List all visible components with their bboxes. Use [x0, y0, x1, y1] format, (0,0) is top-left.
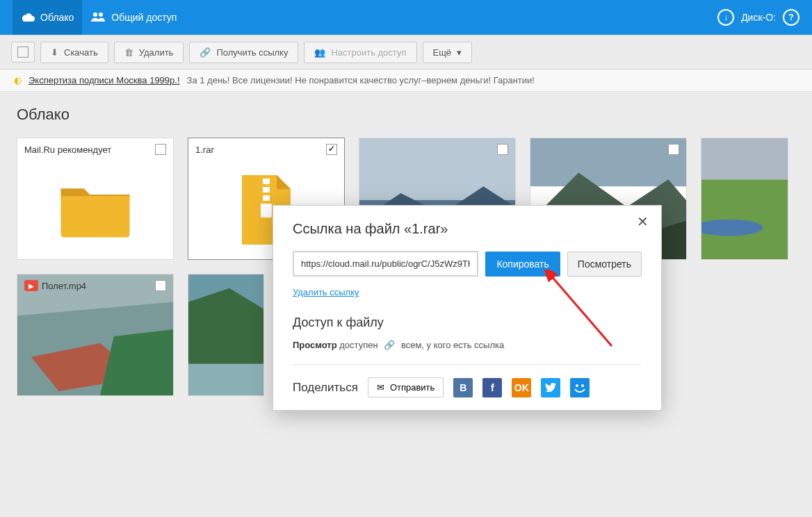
download-icon: ⬇ — [51, 47, 58, 58]
breadcrumb: Облако — [0, 92, 812, 131]
file-checkbox[interactable] — [326, 144, 337, 155]
nav-tab-cloud-label: Облако — [40, 12, 74, 23]
share-twitter-button[interactable] — [541, 378, 560, 397]
file-name: Mail.Ru рекомендует — [24, 145, 111, 155]
svg-rect-2 — [263, 179, 270, 184]
svg-point-0 — [93, 13, 97, 17]
link-icon: 🔗 — [200, 47, 211, 58]
share-facebook-button[interactable]: f — [482, 378, 502, 397]
folder-icon — [57, 179, 133, 241]
nav-tab-shared[interactable]: Общий доступ — [82, 0, 185, 35]
get-link-button[interactable]: 🔗 Получить ссылку — [189, 42, 298, 63]
svg-rect-3 — [263, 187, 270, 192]
help-icon[interactable]: ? — [783, 9, 799, 26]
svg-point-23 — [581, 384, 584, 387]
top-nav: Облако Общий доступ ↓ Диск-О: ? — [0, 0, 812, 35]
file-name: 1.rar — [195, 145, 214, 155]
access-line: Просмотр доступен 🔗 всем, у кого есть сс… — [293, 340, 642, 350]
mail-icon: ✉ — [377, 382, 384, 393]
file-checkbox[interactable] — [668, 144, 679, 155]
close-button[interactable]: ✕ — [633, 213, 653, 231]
svg-rect-13 — [701, 179, 788, 259]
toolbar: ⬇ Скачать 🗑 Удалить 🔗 Получить ссылку 👥 … — [0, 35, 812, 69]
video-thumbnail — [17, 274, 173, 395]
file-card-image[interactable] — [701, 138, 788, 260]
cloud-icon — [21, 11, 35, 24]
disk-o-icon: ↓ — [717, 9, 734, 26]
disk-o-label[interactable]: Диск-О: — [741, 12, 776, 23]
view-button[interactable]: Посмотреть — [567, 252, 642, 277]
select-all-checkbox[interactable] — [11, 42, 35, 63]
svg-rect-5 — [261, 204, 272, 218]
share-bar: Поделиться ✉ Отправить B f OK — [273, 365, 661, 410]
file-card-video[interactable]: ▶ Полет.mp4 — [17, 274, 174, 396]
svg-rect-12 — [701, 138, 788, 179]
modal-title: Ссылка на файл «1.rar» — [293, 221, 642, 237]
svg-rect-21 — [188, 364, 263, 395]
delete-link[interactable]: Удалить ссылку — [293, 287, 359, 297]
trash-icon: 🗑 — [124, 47, 133, 58]
share-url-input[interactable] — [293, 251, 478, 277]
nav-tab-shared-label: Общий доступ — [111, 12, 177, 23]
copy-button[interactable]: Копировать — [485, 252, 560, 277]
file-checkbox[interactable] — [155, 280, 166, 291]
share-label: Поделиться — [293, 381, 358, 395]
access-header: Доступ к файлу — [293, 315, 642, 330]
svg-point-1 — [99, 13, 103, 17]
set-access-button[interactable]: 👥 Настроить доступ — [304, 42, 416, 63]
share-ok-button[interactable]: OK — [512, 378, 531, 397]
people-icon: 👥 — [314, 47, 325, 58]
file-name: Полет.mp4 — [42, 281, 86, 291]
file-checkbox[interactable] — [497, 144, 508, 155]
delete-button[interactable]: 🗑 Удалить — [114, 42, 184, 63]
ad-text: За 1 день! Все лицензии! Не понравится к… — [187, 75, 535, 85]
more-button[interactable]: Ещё ▾ — [423, 42, 473, 63]
share-vk-button[interactable]: B — [453, 378, 473, 397]
file-checkbox[interactable] — [155, 144, 166, 155]
chevron-down-icon: ▾ — [457, 47, 462, 58]
share-link-modal: ✕ Ссылка на файл «1.rar» Копировать Посм… — [273, 205, 662, 411]
nav-tab-cloud[interactable]: Облако — [13, 0, 82, 35]
share-moimir-button[interactable] — [570, 378, 590, 397]
video-badge-icon: ▶ — [24, 280, 38, 291]
download-button[interactable]: ⬇ Скачать — [40, 42, 108, 63]
ad-bullet-icon: ◐ — [14, 75, 22, 85]
image-thumbnail — [701, 138, 788, 259]
ad-bar: ◐ Экспертиза подписи Москва 1999р.! За 1… — [0, 69, 812, 92]
file-card-image[interactable] — [188, 274, 264, 396]
send-email-button[interactable]: ✉ Отправить — [368, 377, 444, 397]
people-icon — [90, 11, 106, 24]
link-icon: 🔗 — [384, 340, 395, 350]
ad-link[interactable]: Экспертиза подписи Москва 1999р.! — [29, 75, 180, 85]
file-card-folder[interactable]: Mail.Ru рекомендует — [17, 138, 174, 260]
image-thumbnail — [188, 274, 263, 395]
svg-rect-4 — [263, 195, 270, 201]
svg-point-22 — [576, 384, 578, 387]
